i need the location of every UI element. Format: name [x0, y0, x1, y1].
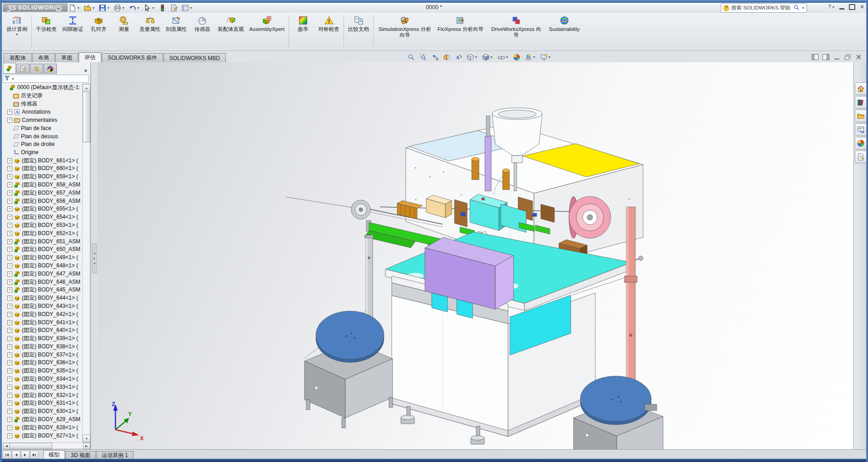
command-tab[interactable]: SOLIDWORKS MBD — [164, 53, 226, 62]
scrollbar-thumb[interactable] — [10, 443, 52, 449]
tree-item[interactable]: +(固定) BODY_629_ASM — [3, 416, 83, 424]
tree-item[interactable]: +(固定) BODY_627<1> ( — [3, 432, 83, 440]
expand-icon[interactable]: + — [7, 287, 12, 292]
nav-prev-button[interactable] — [12, 451, 20, 459]
ribbon-tool[interactable]: FloXpress 分析向导 — [435, 13, 486, 50]
tree-item[interactable]: +(固定) BODY_659<1> ( — [3, 173, 83, 181]
appearances-pane-button[interactable] — [855, 137, 867, 150]
tree-item[interactable]: +(固定) BODY_634<1> ( — [3, 375, 83, 383]
select-button[interactable]: ▼ — [142, 3, 156, 13]
tree-item[interactable]: +(固定) BODY_655<1> ( — [3, 205, 83, 213]
tree-item[interactable]: +(固定) BODY_646_ASM — [3, 278, 83, 286]
tree-item[interactable]: +(固定) BODY_642<1> ( — [3, 310, 83, 318]
expand-icon[interactable]: + — [7, 393, 12, 398]
tree-item[interactable]: +(固定) BODY_628<1> ( — [3, 423, 83, 432]
tree-filter-bar[interactable]: ▼ — [3, 75, 89, 83]
tree-item[interactable]: Plan de dessus — [3, 132, 83, 141]
tree-item[interactable]: +(固定) BODY_649<1> ( — [3, 254, 83, 262]
scroll-up-icon[interactable]: ▲ — [83, 84, 90, 92]
ribbon-tool[interactable]: 装配体直观 — [215, 13, 247, 50]
expand-icon[interactable]: + — [7, 409, 12, 414]
expand-icon[interactable]: + — [7, 377, 12, 382]
expand-icon[interactable]: + — [7, 328, 12, 333]
tree-item[interactable]: Plan de droite — [3, 141, 83, 149]
tree-item[interactable]: 传感器 — [3, 100, 83, 108]
tree-item[interactable]: +(固定) BODY_636<1> ( — [3, 359, 83, 367]
study-tab[interactable]: 模型 — [43, 450, 65, 459]
ribbon-tool[interactable]: 孔对齐 — [86, 13, 111, 50]
ribbon-tool[interactable]: 测量 — [111, 13, 137, 50]
scroll-right-icon[interactable]: ▶ — [83, 443, 90, 449]
expand-icon[interactable]: + — [7, 118, 12, 123]
expand-icon[interactable]: + — [7, 433, 12, 438]
doc-close-button[interactable] — [855, 54, 862, 60]
help-button[interactable]: ?▼ — [828, 4, 835, 10]
ribbon-tool[interactable]: SimulationXpress 分析向导 — [375, 13, 435, 50]
tree-item[interactable]: +(固定) BODY_635<1> ( — [3, 367, 83, 375]
display-style-button[interactable]: ▼ — [480, 51, 495, 63]
expand-icon[interactable]: + — [7, 215, 12, 220]
configuration-manager-tab[interactable] — [30, 64, 43, 74]
search-dropdown-icon[interactable]: ▼ — [802, 6, 805, 10]
expand-icon[interactable]: + — [7, 296, 12, 301]
expand-icon[interactable]: + — [7, 352, 12, 357]
ribbon-tool[interactable]: AssemblyXpert — [247, 13, 287, 50]
tree-item[interactable]: 0000 (Défaut<显示状态-1: — [3, 84, 83, 92]
expand-icon[interactable]: + — [7, 425, 12, 430]
tree-item[interactable]: +(固定) BODY_644<1> ( — [3, 294, 83, 302]
annotation-view-button[interactable]: A — [453, 51, 464, 63]
expand-icon[interactable]: + — [7, 247, 12, 252]
features-manager-tab[interactable] — [3, 63, 16, 74]
expand-icon[interactable]: + — [7, 174, 12, 179]
expand-icon[interactable]: + — [7, 182, 12, 187]
search-box[interactable]: ? 搜索 SOLIDWORKS 帮助 ▼ — [721, 3, 807, 13]
design-library-pane-button[interactable] — [855, 96, 867, 109]
ribbon-tool[interactable]: 质量属性 — [137, 13, 163, 50]
expand-icon[interactable]: + — [7, 271, 12, 276]
tree-item[interactable]: +(固定) BODY_651_ASM — [3, 237, 83, 246]
expand-icon[interactable]: + — [7, 417, 12, 422]
tree-item[interactable]: +(固定) BODY_641<1> ( — [3, 318, 83, 326]
flyout-arrow-icon[interactable]: ▼ — [15, 33, 19, 36]
expand-icon[interactable]: + — [7, 239, 12, 244]
ribbon-tool[interactable]: 间隙验证 — [60, 13, 86, 50]
study-tab[interactable]: 运动算例 1 — [96, 451, 134, 459]
ribbon-tool[interactable]: 传感器 — [190, 13, 215, 50]
expand-icon[interactable]: + — [7, 320, 12, 325]
tree-item[interactable]: +(固定) BODY_631<1> ( — [3, 399, 83, 407]
tree-item[interactable]: Plan de face — [3, 124, 83, 132]
panel-overflow-button[interactable]: » — [84, 67, 87, 74]
tree-item[interactable]: +(固定) BODY_630<1> ( — [3, 407, 83, 416]
command-tab[interactable]: 评估 — [79, 52, 101, 62]
file-explorer-pane-button[interactable] — [855, 110, 867, 122]
expand-icon[interactable]: + — [7, 304, 12, 309]
nav-first-button[interactable] — [3, 451, 11, 459]
close-button[interactable]: ✕ — [860, 4, 864, 10]
ribbon-tool[interactable]: 干涉检查 — [33, 13, 60, 50]
scrollbar-thumb[interactable] — [83, 91, 90, 142]
property-manager-tab[interactable] — [16, 64, 30, 74]
tree-item[interactable]: +(固定) BODY_647_ASM — [3, 270, 83, 278]
expand-icon[interactable]: + — [7, 158, 12, 163]
expand-icon[interactable]: + — [7, 280, 12, 285]
expand-icon[interactable]: + — [7, 255, 12, 260]
expand-icon[interactable]: + — [7, 199, 12, 204]
ribbon-tool[interactable]: DriveWorksXpress 向导 — [486, 13, 546, 50]
view-settings-button[interactable]: ▼ — [539, 51, 553, 63]
command-tab[interactable]: SOLIDWORKS 插件 — [102, 53, 163, 62]
nav-last-button[interactable] — [30, 451, 39, 459]
previous-view-button[interactable] — [429, 51, 440, 63]
viewport-canvas[interactable]: Z Y X — [97, 62, 853, 449]
print-button[interactable]: ▼ — [112, 3, 126, 13]
expand-icon[interactable]: + — [7, 344, 12, 349]
filter-dropdown-icon[interactable]: ▼ — [11, 77, 15, 80]
undo-button[interactable]: ▼ — [127, 3, 141, 13]
tree-item[interactable]: +(固定) BODY_652<1> ( — [3, 229, 83, 237]
tree-vertical-scrollbar[interactable]: ▲ ▼ — [82, 84, 90, 443]
command-tab[interactable]: 布局 — [32, 53, 55, 62]
section-view-button[interactable] — [441, 51, 452, 63]
tree-horizontal-scrollbar[interactable]: ◀ ▶ — [3, 442, 90, 449]
hide-show-items-button[interactable]: ▼ — [496, 51, 510, 63]
zoom-area-button[interactable] — [418, 51, 429, 63]
expand-icon[interactable]: + — [7, 360, 12, 365]
